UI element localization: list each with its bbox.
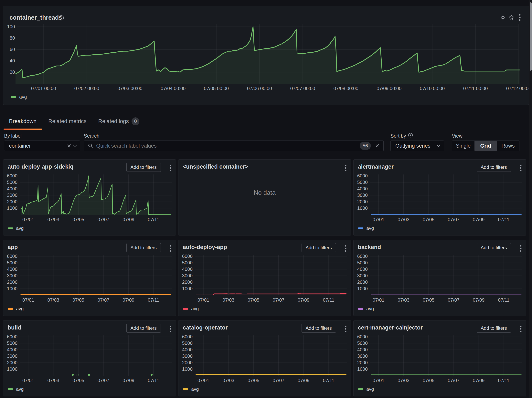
add-to-filters-button[interactable]: Add to filters [477,324,511,333]
add-to-filters-button[interactable]: Add to filters [127,243,161,252]
svg-text:07/07: 07/07 [98,378,109,383]
breakdown-panel-title: auto-deploy-app-sidekiq [8,164,73,170]
svg-text:1000: 1000 [357,286,368,291]
svg-text:2000: 2000 [357,199,368,204]
sort-by-select[interactable]: Outlying series [390,140,444,151]
metric-panel: 2040608010007/01 00:0007/02 00:0007/03 0… [3,6,529,105]
breakdown-panel-title: cert-manager-cainjector [358,324,423,331]
legend-label[interactable]: avg [19,94,27,100]
kebab-menu-icon[interactable] [344,244,347,253]
svg-text:07/01: 07/01 [197,378,209,383]
svg-text:07/07: 07/07 [98,297,109,303]
kebab-menu-icon[interactable] [517,14,523,20]
clear-icon[interactable] [66,143,72,149]
svg-text:07/03: 07/03 [398,217,410,222]
svg-text:07/11: 07/11 [323,297,334,303]
scrollbar-thumb[interactable] [530,2,532,71]
svg-text:6000: 6000 [357,173,368,178]
kebab-menu-icon[interactable] [520,244,522,253]
label-select-value: container [9,143,66,149]
breakdown-chart[interactable]: 10002000300040005000600007/0107/0307/050… [354,330,526,385]
svg-text:4000: 4000 [182,347,193,352]
add-to-filters-button[interactable]: Add to filters [127,163,161,172]
breakdown-panel: 10002000300040005000600007/0107/0307/050… [353,320,526,396]
breakdown-chart[interactable]: 10002000300040005000600007/0107/0307/050… [178,250,351,305]
grafana-metrics-explore-page: 2040608010007/01 00:0007/02 00:0007/03 0… [0,0,532,398]
svg-text:3000: 3000 [357,273,368,278]
breakdown-chart[interactable]: 10002000300040005000600007/0107/0307/050… [354,169,526,224]
search-label: Search [84,133,384,139]
kebab-menu-icon[interactable] [520,325,522,334]
add-to-filters-button[interactable]: Add to filters [127,324,161,333]
svg-text:1000: 1000 [182,286,193,291]
info-icon[interactable] [58,15,64,22]
legend-label[interactable]: avg [191,306,199,311]
label-select[interactable]: container [4,140,80,151]
legend-label[interactable]: avg [16,306,24,311]
breakdown-chart[interactable]: 10002000300040005000600007/0107/0307/050… [3,330,176,385]
add-to-filters-button[interactable]: Add to filters [477,163,511,172]
match-count-badge: 56 [360,142,371,150]
svg-text:6000: 6000 [182,253,193,259]
breakdown-panel-title: auto-deploy-app [183,244,227,250]
chevron-down-icon [72,143,78,149]
breakdown-chart[interactable]: 10002000300040005000600007/0107/0307/050… [3,250,176,305]
breakdown-chart[interactable]: 10002000300040005000600007/0107/0307/050… [354,250,526,305]
svg-text:2000: 2000 [182,279,193,285]
svg-text:5000: 5000 [7,341,18,346]
kebab-menu-icon[interactable] [169,244,172,253]
search-clear-icon[interactable] [374,143,380,149]
svg-text:3000: 3000 [357,354,368,359]
kebab-menu-icon[interactable] [520,164,522,173]
view-option-rows[interactable]: Rows [497,141,519,151]
svg-text:07/08 00:00: 07/08 00:00 [334,86,358,91]
svg-text:3000: 3000 [7,193,18,198]
panel-actions [500,14,523,20]
legend-label[interactable]: avg [16,226,24,231]
breakdown-chart[interactable]: 10002000300040005000600007/0107/0307/050… [3,169,176,224]
legend: avg [183,386,199,392]
breakdown-chart[interactable]: 10002000300040005000600007/0107/0307/050… [178,330,351,385]
svg-text:100: 100 [7,24,15,29]
svg-text:07/05: 07/05 [423,378,434,383]
legend: avg [11,94,27,100]
legend-label[interactable]: avg [366,226,374,231]
view-option-grid[interactable]: Grid [475,141,497,151]
kebab-menu-icon[interactable] [169,325,172,334]
sort-info-icon[interactable] [408,133,413,139]
legend: avg [358,306,374,311]
search-input[interactable] [96,143,360,149]
add-to-filters-button[interactable]: Add to filters [477,243,511,252]
legend-label[interactable]: avg [366,386,374,392]
view-option-single[interactable]: Single [452,141,475,151]
svg-text:2000: 2000 [182,360,193,365]
legend-label[interactable]: avg [366,306,374,311]
svg-text:07/03: 07/03 [48,378,59,383]
tab-breakdown[interactable]: Breakdown [3,112,42,135]
add-to-filters-button[interactable]: Add to filters [302,243,336,252]
svg-text:07/06 00:00: 07/06 00:00 [247,86,272,91]
svg-text:2000: 2000 [357,279,368,285]
breakdown-panel-title: app [8,244,18,250]
legend-label[interactable]: avg [16,386,24,392]
svg-text:07/05: 07/05 [247,297,259,303]
svg-text:4000: 4000 [182,266,193,272]
tab-related-metrics[interactable]: Related metrics [42,112,92,135]
kebab-menu-icon[interactable] [344,325,347,334]
metric-timeseries-chart[interactable]: 2040608010007/01 00:0007/02 00:0007/03 0… [3,6,529,105]
svg-text:1000: 1000 [7,205,18,211]
kebab-menu-icon[interactable] [344,164,347,173]
legend-color-swatch [358,227,363,229]
star-icon[interactable] [508,14,514,20]
gear-icon[interactable] [500,14,506,20]
kebab-menu-icon[interactable] [169,164,172,173]
svg-text:5000: 5000 [357,260,368,265]
breakdown-panel-title: <unspecified container> [183,164,248,170]
add-to-filters-button[interactable]: Add to filters [302,324,336,333]
legend-color-swatch [183,308,188,310]
svg-text:07/03: 07/03 [398,378,410,383]
svg-text:5000: 5000 [182,341,193,346]
legend-label[interactable]: avg [191,386,199,392]
legend-color-swatch [8,388,13,390]
tab-related-logs[interactable]: Related logs 0 [92,112,146,135]
